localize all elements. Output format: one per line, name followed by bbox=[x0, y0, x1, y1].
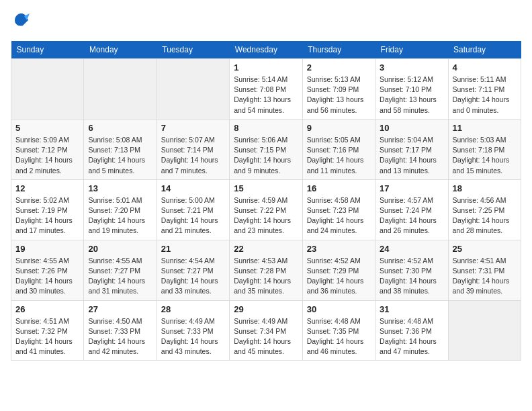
day-number: 5 bbox=[15, 123, 79, 133]
day-info: Sunrise: 4:58 AM Sunset: 7:23 PM Dayligh… bbox=[307, 195, 371, 236]
calendar-cell: 16Sunrise: 4:58 AM Sunset: 7:23 PM Dayli… bbox=[302, 179, 375, 240]
day-number: 13 bbox=[88, 183, 152, 193]
calendar-week-row: 5Sunrise: 5:09 AM Sunset: 7:12 PM Daylig… bbox=[11, 119, 521, 179]
calendar-cell: 2Sunrise: 5:13 AM Sunset: 7:09 PM Daylig… bbox=[302, 59, 375, 120]
day-number: 26 bbox=[15, 304, 79, 314]
day-info: Sunrise: 5:08 AM Sunset: 7:13 PM Dayligh… bbox=[88, 135, 152, 176]
calendar-cell bbox=[157, 59, 229, 120]
weekday-header-row: SundayMondayTuesdayWednesdayThursdayFrid… bbox=[11, 41, 521, 59]
day-number: 7 bbox=[161, 123, 225, 133]
day-info: Sunrise: 4:50 AM Sunset: 7:33 PM Dayligh… bbox=[88, 316, 152, 357]
calendar-cell: 25Sunrise: 4:51 AM Sunset: 7:31 PM Dayli… bbox=[448, 240, 521, 300]
day-info: Sunrise: 5:03 AM Sunset: 7:18 PM Dayligh… bbox=[453, 135, 517, 176]
calendar-cell: 17Sunrise: 4:57 AM Sunset: 7:24 PM Dayli… bbox=[375, 179, 448, 240]
calendar-cell: 22Sunrise: 4:53 AM Sunset: 7:28 PM Dayli… bbox=[230, 240, 302, 300]
day-number: 28 bbox=[161, 304, 225, 314]
day-info: Sunrise: 5:09 AM Sunset: 7:12 PM Dayligh… bbox=[15, 135, 79, 176]
day-number: 29 bbox=[234, 304, 298, 314]
calendar-table: SundayMondayTuesdayWednesdayThursdayFrid… bbox=[11, 41, 521, 361]
day-info: Sunrise: 5:05 AM Sunset: 7:16 PM Dayligh… bbox=[307, 135, 371, 176]
day-number: 16 bbox=[307, 183, 371, 193]
day-info: Sunrise: 5:06 AM Sunset: 7:15 PM Dayligh… bbox=[234, 135, 298, 176]
weekday-header-wednesday: Wednesday bbox=[230, 41, 302, 59]
day-number: 6 bbox=[88, 123, 152, 133]
day-info: Sunrise: 4:59 AM Sunset: 7:22 PM Dayligh… bbox=[234, 195, 298, 236]
weekday-header-sunday: Sunday bbox=[11, 41, 84, 59]
calendar-cell: 28Sunrise: 4:49 AM Sunset: 7:33 PM Dayli… bbox=[157, 300, 229, 361]
calendar-cell: 1Sunrise: 5:14 AM Sunset: 7:08 PM Daylig… bbox=[230, 59, 302, 120]
calendar-cell: 3Sunrise: 5:12 AM Sunset: 7:10 PM Daylig… bbox=[375, 59, 448, 120]
calendar-cell: 8Sunrise: 5:06 AM Sunset: 7:15 PM Daylig… bbox=[230, 119, 302, 179]
calendar-cell: 15Sunrise: 4:59 AM Sunset: 7:22 PM Dayli… bbox=[230, 179, 302, 240]
weekday-header-monday: Monday bbox=[84, 41, 157, 59]
day-info: Sunrise: 4:55 AM Sunset: 7:26 PM Dayligh… bbox=[15, 256, 79, 297]
day-info: Sunrise: 4:57 AM Sunset: 7:24 PM Dayligh… bbox=[380, 195, 443, 236]
day-info: Sunrise: 5:13 AM Sunset: 7:09 PM Dayligh… bbox=[307, 75, 371, 116]
calendar-week-row: 26Sunrise: 4:51 AM Sunset: 7:32 PM Dayli… bbox=[11, 300, 521, 361]
day-number: 22 bbox=[234, 244, 298, 254]
calendar-cell bbox=[84, 59, 157, 120]
calendar-cell: 31Sunrise: 4:48 AM Sunset: 7:36 PM Dayli… bbox=[375, 300, 448, 361]
weekday-header-friday: Friday bbox=[375, 41, 448, 59]
calendar-cell: 5Sunrise: 5:09 AM Sunset: 7:12 PM Daylig… bbox=[11, 119, 84, 179]
day-number: 21 bbox=[161, 244, 225, 254]
calendar-cell bbox=[11, 59, 84, 120]
day-info: Sunrise: 4:55 AM Sunset: 7:27 PM Dayligh… bbox=[88, 256, 152, 297]
day-info: Sunrise: 4:52 AM Sunset: 7:29 PM Dayligh… bbox=[307, 256, 371, 297]
calendar-cell: 23Sunrise: 4:52 AM Sunset: 7:29 PM Dayli… bbox=[302, 240, 375, 300]
day-number: 31 bbox=[380, 304, 443, 314]
day-number: 8 bbox=[234, 123, 298, 133]
day-info: Sunrise: 5:11 AM Sunset: 7:11 PM Dayligh… bbox=[453, 75, 517, 116]
day-number: 30 bbox=[307, 304, 371, 314]
day-info: Sunrise: 5:01 AM Sunset: 7:20 PM Dayligh… bbox=[88, 195, 152, 236]
calendar-cell: 18Sunrise: 4:56 AM Sunset: 7:25 PM Dayli… bbox=[448, 179, 521, 240]
day-info: Sunrise: 5:12 AM Sunset: 7:10 PM Dayligh… bbox=[380, 75, 443, 116]
calendar-cell: 20Sunrise: 4:55 AM Sunset: 7:27 PM Dayli… bbox=[84, 240, 157, 300]
day-number: 25 bbox=[453, 244, 517, 254]
day-info: Sunrise: 4:49 AM Sunset: 7:34 PM Dayligh… bbox=[234, 316, 298, 357]
day-number: 24 bbox=[380, 244, 443, 254]
day-number: 18 bbox=[453, 183, 517, 193]
weekday-header-tuesday: Tuesday bbox=[157, 41, 229, 59]
calendar-cell: 13Sunrise: 5:01 AM Sunset: 7:20 PM Dayli… bbox=[84, 179, 157, 240]
calendar-cell: 10Sunrise: 5:04 AM Sunset: 7:17 PM Dayli… bbox=[375, 119, 448, 179]
day-info: Sunrise: 4:51 AM Sunset: 7:32 PM Dayligh… bbox=[15, 316, 79, 357]
calendar-cell: 29Sunrise: 4:49 AM Sunset: 7:34 PM Dayli… bbox=[230, 300, 302, 361]
calendar-cell: 24Sunrise: 4:52 AM Sunset: 7:30 PM Dayli… bbox=[375, 240, 448, 300]
day-info: Sunrise: 4:48 AM Sunset: 7:36 PM Dayligh… bbox=[380, 316, 443, 357]
day-info: Sunrise: 4:48 AM Sunset: 7:35 PM Dayligh… bbox=[307, 316, 371, 357]
day-info: Sunrise: 5:07 AM Sunset: 7:14 PM Dayligh… bbox=[161, 135, 225, 176]
calendar-cell: 19Sunrise: 4:55 AM Sunset: 7:26 PM Dayli… bbox=[11, 240, 84, 300]
day-info: Sunrise: 5:00 AM Sunset: 7:21 PM Dayligh… bbox=[161, 195, 225, 236]
page-header bbox=[11, 11, 521, 33]
calendar-cell: 27Sunrise: 4:50 AM Sunset: 7:33 PM Dayli… bbox=[84, 300, 157, 361]
day-number: 17 bbox=[380, 183, 443, 193]
calendar-week-row: 1Sunrise: 5:14 AM Sunset: 7:08 PM Daylig… bbox=[11, 59, 521, 120]
calendar-cell bbox=[448, 300, 521, 361]
day-info: Sunrise: 4:49 AM Sunset: 7:33 PM Dayligh… bbox=[161, 316, 225, 357]
day-info: Sunrise: 5:02 AM Sunset: 7:19 PM Dayligh… bbox=[15, 195, 79, 236]
day-number: 23 bbox=[307, 244, 371, 254]
day-info: Sunrise: 5:04 AM Sunset: 7:17 PM Dayligh… bbox=[380, 135, 443, 176]
calendar-week-row: 12Sunrise: 5:02 AM Sunset: 7:19 PM Dayli… bbox=[11, 179, 521, 240]
calendar-cell: 26Sunrise: 4:51 AM Sunset: 7:32 PM Dayli… bbox=[11, 300, 84, 361]
calendar-cell: 12Sunrise: 5:02 AM Sunset: 7:19 PM Dayli… bbox=[11, 179, 84, 240]
day-info: Sunrise: 4:51 AM Sunset: 7:31 PM Dayligh… bbox=[453, 256, 517, 297]
day-info: Sunrise: 5:14 AM Sunset: 7:08 PM Dayligh… bbox=[234, 75, 298, 116]
day-number: 15 bbox=[234, 183, 298, 193]
day-info: Sunrise: 4:52 AM Sunset: 7:30 PM Dayligh… bbox=[380, 256, 443, 297]
day-number: 4 bbox=[453, 62, 517, 73]
calendar-week-row: 19Sunrise: 4:55 AM Sunset: 7:26 PM Dayli… bbox=[11, 240, 521, 300]
day-number: 9 bbox=[307, 123, 371, 133]
logo-icon bbox=[12, 11, 31, 30]
day-info: Sunrise: 4:53 AM Sunset: 7:28 PM Dayligh… bbox=[234, 256, 298, 297]
day-number: 12 bbox=[15, 183, 79, 193]
calendar-cell: 11Sunrise: 5:03 AM Sunset: 7:18 PM Dayli… bbox=[448, 119, 521, 179]
calendar-cell: 9Sunrise: 5:05 AM Sunset: 7:16 PM Daylig… bbox=[302, 119, 375, 179]
day-number: 14 bbox=[161, 183, 225, 193]
calendar-cell: 4Sunrise: 5:11 AM Sunset: 7:11 PM Daylig… bbox=[448, 59, 521, 120]
day-info: Sunrise: 4:56 AM Sunset: 7:25 PM Dayligh… bbox=[453, 195, 517, 236]
day-number: 10 bbox=[380, 123, 443, 133]
day-info: Sunrise: 4:54 AM Sunset: 7:27 PM Dayligh… bbox=[161, 256, 225, 297]
calendar-cell: 30Sunrise: 4:48 AM Sunset: 7:35 PM Dayli… bbox=[302, 300, 375, 361]
